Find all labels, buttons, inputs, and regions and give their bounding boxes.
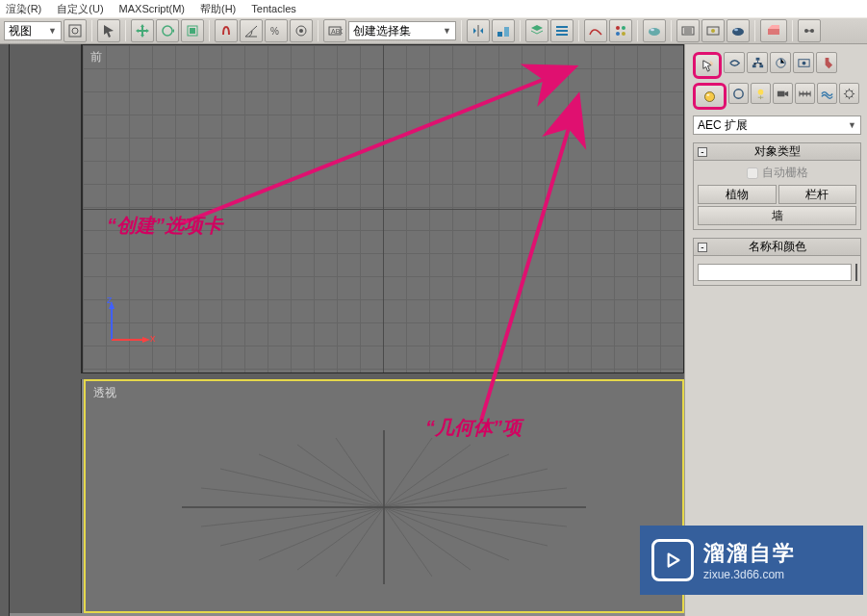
create-categories <box>693 83 859 110</box>
svg-rect-4 <box>190 28 195 34</box>
geometry-category[interactable] <box>693 83 727 110</box>
systems-category[interactable] <box>839 83 859 104</box>
axis-z-label: z <box>107 294 113 305</box>
render-frame-button[interactable] <box>701 19 725 42</box>
svg-rect-49 <box>759 64 763 67</box>
create-tab[interactable] <box>693 52 722 79</box>
angle-snap-button[interactable] <box>240 19 263 42</box>
cameras-category[interactable] <box>773 83 793 104</box>
menu-help[interactable]: 帮助(H) <box>200 2 236 16</box>
svg-point-54 <box>706 93 709 95</box>
extra-2-button[interactable] <box>798 19 821 42</box>
category-dropdown[interactable]: AEC 扩展▼ <box>693 116 861 135</box>
watermark-title: 溜溜自学 <box>703 539 796 568</box>
left-rail <box>0 44 10 616</box>
axis-indicator: z x <box>102 295 156 353</box>
rollout-collapse-button[interactable]: - <box>698 147 707 157</box>
object-type-header[interactable]: - 对象类型 <box>694 143 860 161</box>
select-scale-button[interactable] <box>181 19 204 42</box>
svg-rect-57 <box>778 90 785 96</box>
object-type-rollout: - 对象类型 自动栅格 植物 栏杆 墙 <box>693 142 861 230</box>
shapes-category[interactable] <box>728 83 749 104</box>
svg-text:%: % <box>270 26 279 37</box>
svg-rect-13 <box>556 30 568 32</box>
layers-button[interactable] <box>525 19 548 42</box>
svg-point-17 <box>616 32 620 36</box>
helpers-category[interactable] <box>795 83 815 104</box>
material-editor-button[interactable] <box>643 19 666 42</box>
svg-point-6 <box>299 29 303 33</box>
svg-rect-1 <box>69 25 81 37</box>
svg-point-15 <box>616 26 620 30</box>
select-rotate-button[interactable] <box>156 19 179 42</box>
viewport-area: 前 z x 透视 <box>10 44 684 616</box>
spinner-snap-button[interactable] <box>290 19 313 42</box>
named-selection-edit-button[interactable]: ABC <box>323 19 346 42</box>
lights-category[interactable] <box>751 83 771 104</box>
rollout-collapse-button-2[interactable]: - <box>698 243 707 252</box>
main-toolbar: 视图▼ % ABC 创建选择集▼ <box>0 17 867 44</box>
menu-maxscript[interactable]: MAXScript(M) <box>119 3 185 14</box>
modify-tab[interactable] <box>724 52 745 73</box>
svg-point-0 <box>72 28 78 34</box>
watermark-logo <box>651 539 694 581</box>
svg-rect-26 <box>768 29 779 35</box>
wall-button[interactable]: 墙 <box>698 206 856 225</box>
svg-rect-12 <box>556 26 568 28</box>
render-setup-button[interactable] <box>676 19 700 42</box>
name-color-header[interactable]: - 名称和颜色 <box>694 239 860 256</box>
svg-point-2 <box>163 26 172 36</box>
extra-1-button[interactable] <box>760 19 787 42</box>
named-selection-dropdown[interactable]: 创建选择集▼ <box>348 21 456 40</box>
command-panel-tabs <box>693 52 859 79</box>
svg-point-52 <box>802 61 805 64</box>
color-swatch[interactable] <box>855 264 857 281</box>
svg-point-25 <box>734 29 738 31</box>
watermark: 溜溜自学 zixue.3d66.com <box>640 526 863 595</box>
callout-geometry: “几何体”项 <box>425 415 522 441</box>
viewport-spacer-2 <box>10 379 82 613</box>
select-move-button[interactable] <box>131 19 154 42</box>
svg-rect-10 <box>497 32 502 37</box>
menu-tentacles[interactable]: Tentacles <box>251 3 295 14</box>
svg-point-55 <box>733 89 742 97</box>
pivot-center-button[interactable] <box>64 19 87 42</box>
curve-editor-button[interactable] <box>584 19 607 42</box>
snap-toggle-button[interactable] <box>215 19 238 42</box>
align-button[interactable] <box>492 19 515 42</box>
autogrid-label: 自动栅格 <box>762 165 808 181</box>
svg-point-53 <box>704 91 714 101</box>
display-tab[interactable] <box>793 52 814 73</box>
viewport-front[interactable]: 前 z x <box>82 44 684 373</box>
spacewarps-category[interactable] <box>817 83 837 104</box>
motion-tab[interactable] <box>770 52 791 73</box>
mirror-button[interactable] <box>467 19 490 42</box>
object-name-input[interactable] <box>698 264 852 281</box>
svg-point-23 <box>711 29 715 33</box>
percent-snap-button[interactable]: % <box>265 19 288 42</box>
quick-render-button[interactable] <box>727 19 750 42</box>
svg-rect-58 <box>800 92 810 94</box>
menu-render[interactable]: 渲染(R) <box>6 2 41 16</box>
viewport-front-label: 前 <box>90 49 102 65</box>
hierarchy-tab[interactable] <box>747 52 768 73</box>
layer-manager-button[interactable] <box>550 19 574 42</box>
menu-customize[interactable]: 自定义(U) <box>57 2 103 16</box>
svg-point-16 <box>622 26 625 30</box>
refcoord-dropdown[interactable]: 视图▼ <box>4 21 62 40</box>
svg-marker-32 <box>142 337 150 343</box>
callout-create-tab: “创建”选项卡 <box>107 213 222 239</box>
svg-point-19 <box>649 28 660 36</box>
plant-button[interactable]: 植物 <box>698 185 777 204</box>
name-color-rollout: - 名称和颜色 <box>693 238 861 286</box>
utilities-tab[interactable] <box>816 52 837 73</box>
railing-button[interactable]: 栏杆 <box>778 185 857 204</box>
axis-x-label: x <box>150 332 156 344</box>
watermark-url: zixue.3d66.com <box>703 568 796 581</box>
viewport-persp-label: 透视 <box>93 385 116 401</box>
viewport-front-centerlines <box>83 45 683 372</box>
svg-point-20 <box>650 29 654 31</box>
select-object-button[interactable] <box>97 19 120 42</box>
schematic-view-button[interactable] <box>609 19 632 42</box>
viewport-perspective[interactable]: 透视 <box>84 379 684 613</box>
